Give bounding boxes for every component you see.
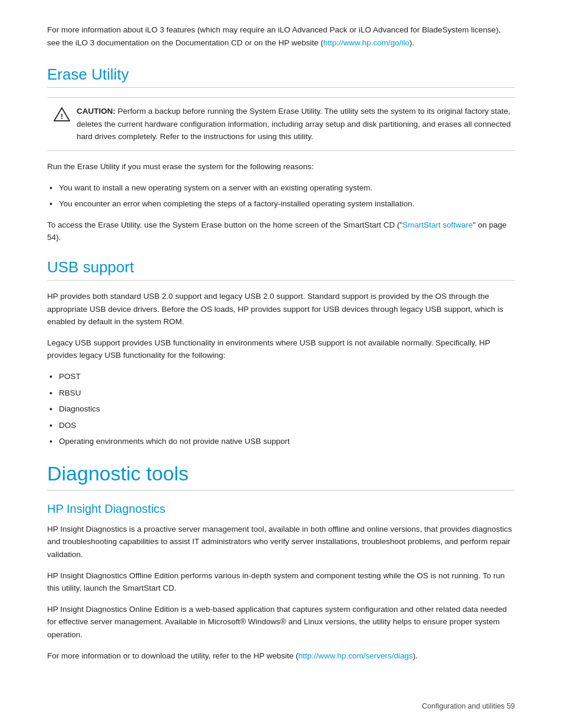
hp-insight-section: HP Insight Diagnostics HP Insight Diagno… xyxy=(47,502,515,662)
usb-bullet-1: POST xyxy=(59,370,515,383)
usb-bullet-4: DOS xyxy=(59,419,515,432)
erase-body1: Run the Erase Utility if you must erase … xyxy=(47,160,515,173)
usb-bullet-3: Diagnostics xyxy=(59,403,515,416)
usb-bullet-5: Operating environments which do not prov… xyxy=(59,435,515,448)
page-content: For more information about iLO 3 feature… xyxy=(0,0,562,728)
erase-utility-heading: Erase Utility xyxy=(47,65,515,88)
usb-support-section: USB support HP provides both standard US… xyxy=(47,258,515,448)
erase-utility-section: Erase Utility ! CAUTION: Perform a backu… xyxy=(47,65,515,244)
caution-text: Perform a backup before running the Syst… xyxy=(77,107,511,141)
caution-box: ! CAUTION: Perform a backup before runni… xyxy=(47,97,515,151)
usb-bullet-list: POST RBSU Diagnostics DOS Operating envi… xyxy=(59,370,515,448)
footer-text: Configuration and utilities 59 xyxy=(422,702,515,710)
intro-link[interactable]: http://www.hp.com/go/ilo xyxy=(323,38,409,47)
intro-paragraph: For more information about iLO 3 feature… xyxy=(47,24,515,49)
smartstart-link[interactable]: SmartStart software xyxy=(402,220,472,229)
hp-insight-body1: HP Insight Diagnostics is a proactive se… xyxy=(47,523,515,561)
page-footer: Configuration and utilities 59 xyxy=(422,702,515,710)
usb-body2: Legacy USB support provides USB function… xyxy=(47,337,515,362)
triangle-warning-icon: ! xyxy=(54,106,70,123)
usb-bullet-2: RBSU xyxy=(59,387,515,400)
erase-bullet-2: You encounter an error when completing t… xyxy=(59,197,515,210)
hp-insight-body4: For more information or to download the … xyxy=(47,650,515,663)
hp-insight-body4-before: For more information or to download the … xyxy=(47,651,298,660)
hp-insight-body4-after: ). xyxy=(413,651,418,660)
erase-body2-before: To access the Erase Utility, use the Sys… xyxy=(47,220,402,229)
diagnostic-tools-section: Diagnostic tools HP Insight Diagnostics … xyxy=(47,462,515,662)
hp-insight-body2: HP Insight Diagnostics Offline Edition p… xyxy=(47,569,515,595)
diagnostic-tools-heading: Diagnostic tools xyxy=(47,462,515,490)
intro-text-before: For more information about iLO 3 feature… xyxy=(47,25,501,47)
caution-content: CAUTION: Perform a backup before running… xyxy=(77,105,515,143)
erase-bullet-1: You want to install a new operating syst… xyxy=(59,182,515,195)
erase-bullet-list: You want to install a new operating syst… xyxy=(59,182,515,210)
hp-insight-body3: HP Insight Diagnostics Online Edition is… xyxy=(47,603,515,641)
caution-label: CAUTION: xyxy=(77,107,115,116)
svg-text:!: ! xyxy=(61,112,63,121)
caution-icon-container: ! xyxy=(47,105,77,123)
intro-text-after: ). xyxy=(409,38,414,47)
hp-diags-link[interactable]: http://www.hp.com/servers/diags xyxy=(298,651,412,660)
usb-body1: HP provides both standard USB 2.0 suppor… xyxy=(47,290,515,328)
erase-body2: To access the Erase Utility, use the Sys… xyxy=(47,219,515,244)
hp-insight-heading: HP Insight Diagnostics xyxy=(47,502,515,516)
usb-support-heading: USB support xyxy=(47,258,515,281)
